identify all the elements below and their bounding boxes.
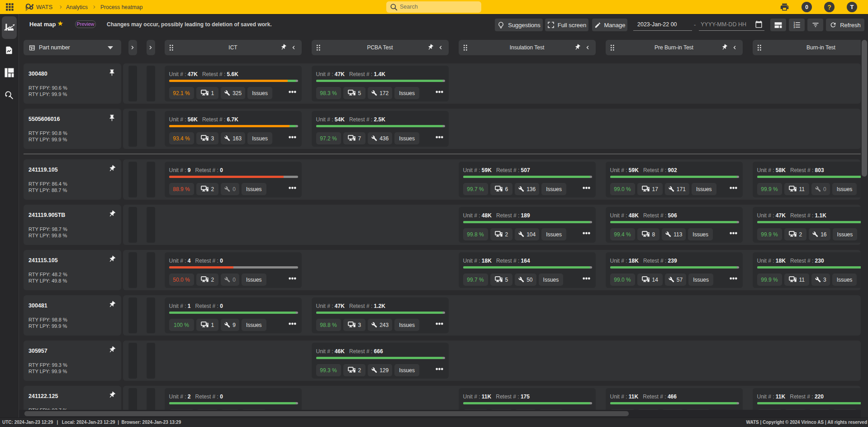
svg-text:3: 3 <box>793 26 795 29</box>
